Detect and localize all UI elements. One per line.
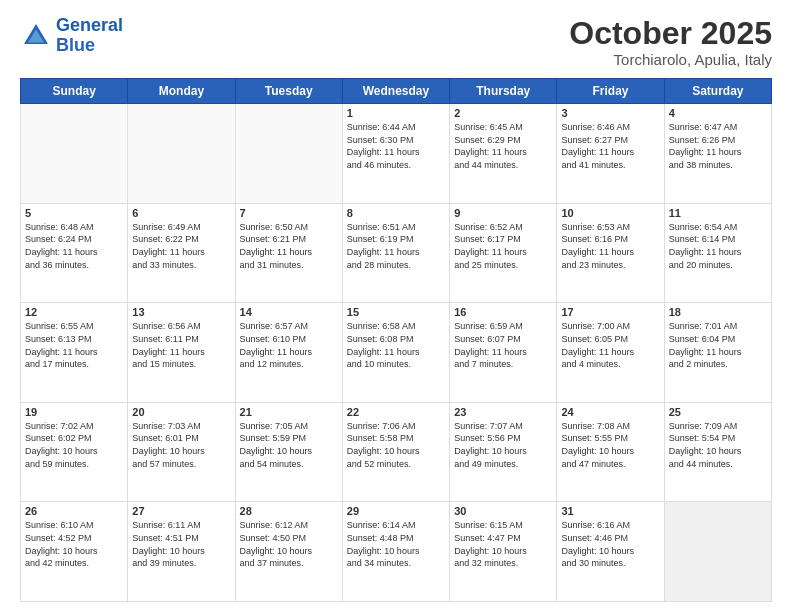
calendar-cell: 9Sunrise: 6:52 AM Sunset: 6:17 PM Daylig… (450, 203, 557, 303)
calendar-cell: 12Sunrise: 6:55 AM Sunset: 6:13 PM Dayli… (21, 303, 128, 403)
day-number: 19 (25, 406, 123, 418)
day-info: Sunrise: 6:14 AM Sunset: 4:48 PM Dayligh… (347, 519, 445, 569)
day-info: Sunrise: 6:16 AM Sunset: 4:46 PM Dayligh… (561, 519, 659, 569)
day-info: Sunrise: 6:58 AM Sunset: 6:08 PM Dayligh… (347, 320, 445, 370)
day-info: Sunrise: 7:06 AM Sunset: 5:58 PM Dayligh… (347, 420, 445, 470)
day-info: Sunrise: 6:44 AM Sunset: 6:30 PM Dayligh… (347, 121, 445, 171)
weekday-header-sunday: Sunday (21, 79, 128, 104)
day-info: Sunrise: 6:50 AM Sunset: 6:21 PM Dayligh… (240, 221, 338, 271)
day-number: 16 (454, 306, 552, 318)
calendar-cell: 21Sunrise: 7:05 AM Sunset: 5:59 PM Dayli… (235, 402, 342, 502)
day-info: Sunrise: 7:02 AM Sunset: 6:02 PM Dayligh… (25, 420, 123, 470)
calendar-cell: 28Sunrise: 6:12 AM Sunset: 4:50 PM Dayli… (235, 502, 342, 602)
day-info: Sunrise: 6:11 AM Sunset: 4:51 PM Dayligh… (132, 519, 230, 569)
day-number: 26 (25, 505, 123, 517)
day-number: 7 (240, 207, 338, 219)
day-number: 21 (240, 406, 338, 418)
calendar-cell: 4Sunrise: 6:47 AM Sunset: 6:26 PM Daylig… (664, 104, 771, 204)
calendar-cell: 16Sunrise: 6:59 AM Sunset: 6:07 PM Dayli… (450, 303, 557, 403)
day-number: 4 (669, 107, 767, 119)
day-number: 2 (454, 107, 552, 119)
calendar-cell: 6Sunrise: 6:49 AM Sunset: 6:22 PM Daylig… (128, 203, 235, 303)
day-info: Sunrise: 7:08 AM Sunset: 5:55 PM Dayligh… (561, 420, 659, 470)
day-number: 15 (347, 306, 445, 318)
calendar-cell: 13Sunrise: 6:56 AM Sunset: 6:11 PM Dayli… (128, 303, 235, 403)
day-number: 30 (454, 505, 552, 517)
day-info: Sunrise: 7:00 AM Sunset: 6:05 PM Dayligh… (561, 320, 659, 370)
week-row-5: 26Sunrise: 6:10 AM Sunset: 4:52 PM Dayli… (21, 502, 772, 602)
day-info: Sunrise: 6:45 AM Sunset: 6:29 PM Dayligh… (454, 121, 552, 171)
day-info: Sunrise: 6:48 AM Sunset: 6:24 PM Dayligh… (25, 221, 123, 271)
day-info: Sunrise: 6:12 AM Sunset: 4:50 PM Dayligh… (240, 519, 338, 569)
day-number: 13 (132, 306, 230, 318)
weekday-header-thursday: Thursday (450, 79, 557, 104)
day-info: Sunrise: 6:53 AM Sunset: 6:16 PM Dayligh… (561, 221, 659, 271)
day-number: 24 (561, 406, 659, 418)
week-row-4: 19Sunrise: 7:02 AM Sunset: 6:02 PM Dayli… (21, 402, 772, 502)
calendar-cell: 18Sunrise: 7:01 AM Sunset: 6:04 PM Dayli… (664, 303, 771, 403)
calendar-cell (128, 104, 235, 204)
day-number: 25 (669, 406, 767, 418)
calendar-cell: 1Sunrise: 6:44 AM Sunset: 6:30 PM Daylig… (342, 104, 449, 204)
day-number: 9 (454, 207, 552, 219)
day-number: 18 (669, 306, 767, 318)
day-info: Sunrise: 6:52 AM Sunset: 6:17 PM Dayligh… (454, 221, 552, 271)
weekday-header-monday: Monday (128, 79, 235, 104)
day-number: 23 (454, 406, 552, 418)
day-number: 27 (132, 505, 230, 517)
weekday-header-wednesday: Wednesday (342, 79, 449, 104)
day-info: Sunrise: 6:46 AM Sunset: 6:27 PM Dayligh… (561, 121, 659, 171)
logo-text: General Blue (56, 16, 123, 56)
day-number: 1 (347, 107, 445, 119)
calendar-cell: 7Sunrise: 6:50 AM Sunset: 6:21 PM Daylig… (235, 203, 342, 303)
day-info: Sunrise: 7:09 AM Sunset: 5:54 PM Dayligh… (669, 420, 767, 470)
page: General Blue October 2025 Torchiarolo, A… (0, 0, 792, 612)
calendar-cell: 5Sunrise: 6:48 AM Sunset: 6:24 PM Daylig… (21, 203, 128, 303)
day-info: Sunrise: 6:49 AM Sunset: 6:22 PM Dayligh… (132, 221, 230, 271)
weekday-header-friday: Friday (557, 79, 664, 104)
day-info: Sunrise: 6:55 AM Sunset: 6:13 PM Dayligh… (25, 320, 123, 370)
calendar-cell: 29Sunrise: 6:14 AM Sunset: 4:48 PM Dayli… (342, 502, 449, 602)
day-number: 3 (561, 107, 659, 119)
calendar-cell: 2Sunrise: 6:45 AM Sunset: 6:29 PM Daylig… (450, 104, 557, 204)
header: General Blue October 2025 Torchiarolo, A… (20, 16, 772, 68)
calendar-cell: 10Sunrise: 6:53 AM Sunset: 6:16 PM Dayli… (557, 203, 664, 303)
calendar-cell (235, 104, 342, 204)
week-row-3: 12Sunrise: 6:55 AM Sunset: 6:13 PM Dayli… (21, 303, 772, 403)
day-number: 20 (132, 406, 230, 418)
day-info: Sunrise: 6:51 AM Sunset: 6:19 PM Dayligh… (347, 221, 445, 271)
calendar-cell: 17Sunrise: 7:00 AM Sunset: 6:05 PM Dayli… (557, 303, 664, 403)
day-info: Sunrise: 6:10 AM Sunset: 4:52 PM Dayligh… (25, 519, 123, 569)
logo: General Blue (20, 16, 123, 56)
calendar-cell: 20Sunrise: 7:03 AM Sunset: 6:01 PM Dayli… (128, 402, 235, 502)
day-number: 31 (561, 505, 659, 517)
day-info: Sunrise: 6:47 AM Sunset: 6:26 PM Dayligh… (669, 121, 767, 171)
day-number: 29 (347, 505, 445, 517)
weekday-header-row: SundayMondayTuesdayWednesdayThursdayFrid… (21, 79, 772, 104)
month-title: October 2025 (569, 16, 772, 51)
calendar-table: SundayMondayTuesdayWednesdayThursdayFrid… (20, 78, 772, 602)
day-number: 10 (561, 207, 659, 219)
calendar-cell: 3Sunrise: 6:46 AM Sunset: 6:27 PM Daylig… (557, 104, 664, 204)
day-info: Sunrise: 7:05 AM Sunset: 5:59 PM Dayligh… (240, 420, 338, 470)
title-block: October 2025 Torchiarolo, Apulia, Italy (569, 16, 772, 68)
weekday-header-saturday: Saturday (664, 79, 771, 104)
calendar-cell: 31Sunrise: 6:16 AM Sunset: 4:46 PM Dayli… (557, 502, 664, 602)
day-info: Sunrise: 6:56 AM Sunset: 6:11 PM Dayligh… (132, 320, 230, 370)
location-title: Torchiarolo, Apulia, Italy (569, 51, 772, 68)
day-info: Sunrise: 6:54 AM Sunset: 6:14 PM Dayligh… (669, 221, 767, 271)
day-number: 17 (561, 306, 659, 318)
calendar-cell: 8Sunrise: 6:51 AM Sunset: 6:19 PM Daylig… (342, 203, 449, 303)
calendar-cell: 30Sunrise: 6:15 AM Sunset: 4:47 PM Dayli… (450, 502, 557, 602)
calendar-cell: 25Sunrise: 7:09 AM Sunset: 5:54 PM Dayli… (664, 402, 771, 502)
day-number: 28 (240, 505, 338, 517)
calendar-cell: 14Sunrise: 6:57 AM Sunset: 6:10 PM Dayli… (235, 303, 342, 403)
day-number: 14 (240, 306, 338, 318)
calendar-cell: 19Sunrise: 7:02 AM Sunset: 6:02 PM Dayli… (21, 402, 128, 502)
calendar-cell: 23Sunrise: 7:07 AM Sunset: 5:56 PM Dayli… (450, 402, 557, 502)
calendar-cell (21, 104, 128, 204)
calendar-cell (664, 502, 771, 602)
calendar-cell: 22Sunrise: 7:06 AM Sunset: 5:58 PM Dayli… (342, 402, 449, 502)
logo-line1: General (56, 15, 123, 35)
weekday-header-tuesday: Tuesday (235, 79, 342, 104)
